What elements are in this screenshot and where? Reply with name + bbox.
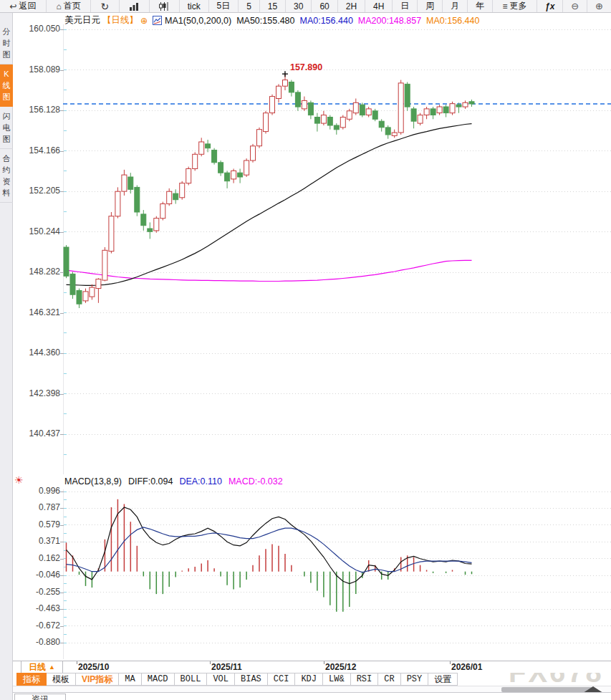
y-axis-label: 154.166 [17, 145, 60, 156]
zoom-in-icon: ⊕ [595, 1, 603, 11]
tab-kdj[interactable]: KDJ [295, 673, 323, 686]
sidebar-tab-lightning[interactable]: 闪电图 [0, 107, 13, 149]
sidebar-tab-kline[interactable]: K线图 [0, 64, 13, 107]
indicator-tab-row: 指标 模板 VIP指标 MA MACD BOLL VOL BIAS CCI KD… [13, 673, 611, 686]
sidebar-tab-contract-info[interactable]: 合约资料 [0, 149, 13, 203]
y-axis-label: 150.244 [17, 226, 60, 237]
y-axis-label: 140.437 [17, 428, 60, 439]
candles-icon [159, 2, 169, 11]
tab-settings[interactable]: 设置 [428, 673, 458, 686]
tab-vol[interactable]: VOL [207, 673, 235, 686]
tab-lwr[interactable]: LW& [323, 673, 351, 686]
tab-indicator[interactable]: 指标 [16, 673, 47, 686]
svg-text:157.890: 157.890 [290, 62, 322, 72]
interval-week[interactable]: 周 [418, 0, 443, 12]
macd-y-axis-label: 0.787 [17, 502, 60, 513]
x-axis-label: 2025/11 [211, 662, 242, 672]
x-axis-label: 2026/01 [451, 662, 482, 672]
tab-cci[interactable]: CCI [268, 673, 296, 686]
interval-60m[interactable]: 60 [312, 0, 337, 12]
ma0-orange-value: MA0:156.440 [426, 16, 479, 26]
interval-year[interactable]: 年 [468, 0, 493, 12]
macd-params: MACD(13,8,9) [64, 476, 122, 486]
period-tag: 【日线】 [102, 14, 138, 27]
fx-indicator-button[interactable]: ƒx [537, 0, 563, 12]
macd-value: MACD:-0.032 [228, 476, 283, 486]
bar-chart-view-button[interactable] [120, 0, 150, 12]
back-arrow-icon: ↩ [9, 2, 16, 11]
tab-vip-indicator[interactable]: VIP指标 [76, 673, 119, 686]
sidebar-tab-timeshare[interactable]: 分时图 [0, 22, 13, 64]
interval-30m[interactable]: 30 [286, 0, 312, 12]
y-axis-label: 156.128 [17, 105, 60, 115]
y-axis-label: 160.050 [17, 24, 60, 34]
y-axis-label: 142.398 [17, 388, 60, 399]
news-tab[interactable]: 资讯 [14, 694, 66, 700]
line-chart-icon [153, 16, 162, 25]
period-selector[interactable]: 日线 ▲ [21, 661, 63, 673]
x-axis-row: 日线 ▲ 2025/10 2025/11 2025/12 2026/01 [13, 661, 611, 673]
fx-icon: ƒx [545, 1, 554, 11]
scrollbar-thumb[interactable] [501, 687, 593, 692]
back-button[interactable]: ↩返回 [0, 0, 47, 12]
interval-4h[interactable]: 4H [365, 0, 393, 12]
macd-diff-value: DIFF:0.094 [128, 476, 173, 486]
interval-2h[interactable]: 2H [338, 0, 365, 12]
more-button[interactable]: ≡更多 [493, 0, 537, 12]
add-symbol-icon[interactable]: ⊕ [140, 16, 148, 26]
x-axis-label: 2025/12 [325, 662, 356, 672]
tab-rsi[interactable]: RSI [351, 673, 379, 686]
trading-app-window: ↩返回 ⌂首页 ↻ tick 5日 5 15 30 60 2H 4H 日 周 月… [0, 0, 611, 700]
top-toolbar: ↩返回 ⌂首页 ↻ tick 5日 5 15 30 60 2H 4H 日 周 月… [0, 0, 611, 13]
macd-y-axis-label: -0.880 [17, 637, 60, 648]
chart-type-sidebar: 分时图 K线图 闪电图 合约资料 [0, 13, 13, 700]
bottom-strip: 资讯 [13, 692, 611, 700]
tab-template[interactable]: 模板 [47, 673, 76, 686]
ma200-value: MA200:148.857 [358, 16, 421, 26]
horizontal-scrollbar[interactable] [13, 686, 611, 692]
menu-icon: ≡ [503, 2, 508, 11]
macd-y-axis-label: 0.996 [17, 486, 60, 497]
candle-view-button[interactable] [150, 0, 180, 12]
interval-15m[interactable]: 15 [260, 0, 286, 12]
chevron-up-icon: ▲ [49, 663, 55, 671]
macd-y-axis-label: -0.672 [17, 620, 60, 631]
macd-y-axis-label: -0.463 [17, 603, 60, 614]
home-button[interactable]: ⌂首页 [47, 0, 91, 12]
macd-y-axis-label: 0.371 [17, 536, 60, 547]
tab-psy[interactable]: PSY [401, 673, 429, 686]
macd-y-axis-label: -0.255 [17, 587, 60, 598]
interval-month[interactable]: 月 [443, 0, 468, 12]
tab-bias[interactable]: BIAS [235, 673, 268, 686]
macd-dea-value: DEA:0.110 [179, 476, 222, 486]
macd-y-axis-label: -0.046 [17, 570, 60, 580]
y-axis-label: 144.360 [17, 347, 60, 358]
interval-day[interactable]: 日 [393, 0, 418, 12]
zoom-out-button[interactable]: ⊖ [563, 0, 587, 12]
macd-y-axis-label: 0.579 [17, 519, 60, 530]
symbol-name: 美元日元 [64, 14, 100, 27]
main-candlestick-chart[interactable]: 157.890 [63, 24, 611, 474]
y-axis-label: 152.205 [17, 186, 60, 196]
tab-boll[interactable]: BOLL [175, 673, 208, 686]
x-axis-label: 2025/10 [78, 662, 109, 672]
zoom-out-icon: ⊖ [571, 1, 579, 11]
y-axis-label: 158.089 [17, 64, 60, 75]
chart-header: 美元日元 【日线】 ⊕ MA1(50,0,200,0) MA50:155.480… [64, 14, 479, 27]
indicator-settings-icon[interactable]: ☀ [14, 474, 24, 486]
home-icon: ⌂ [56, 2, 61, 11]
interval-5m[interactable]: 5 [239, 0, 260, 12]
y-axis-label: 148.282 [17, 267, 60, 277]
tab-macd[interactable]: MACD [142, 673, 175, 686]
interval-5d[interactable]: 5日 [209, 0, 239, 12]
ma50-value: MA50:155.480 [236, 16, 294, 26]
refresh-icon: ↻ [101, 1, 110, 11]
interval-tick[interactable]: tick [180, 0, 209, 12]
tab-ma[interactable]: MA [119, 673, 141, 686]
zoom-in-button[interactable]: ⊕ [587, 0, 611, 12]
macd-chart[interactable] [63, 489, 611, 659]
refresh-button[interactable]: ↻ [91, 0, 120, 12]
macd-header: MACD(13,8,9) DIFF:0.094 DEA:0.110 MACD:-… [64, 476, 283, 486]
ma-settings: MA1(50,0,200,0) [165, 16, 231, 26]
tab-cr[interactable]: CR [378, 673, 400, 686]
